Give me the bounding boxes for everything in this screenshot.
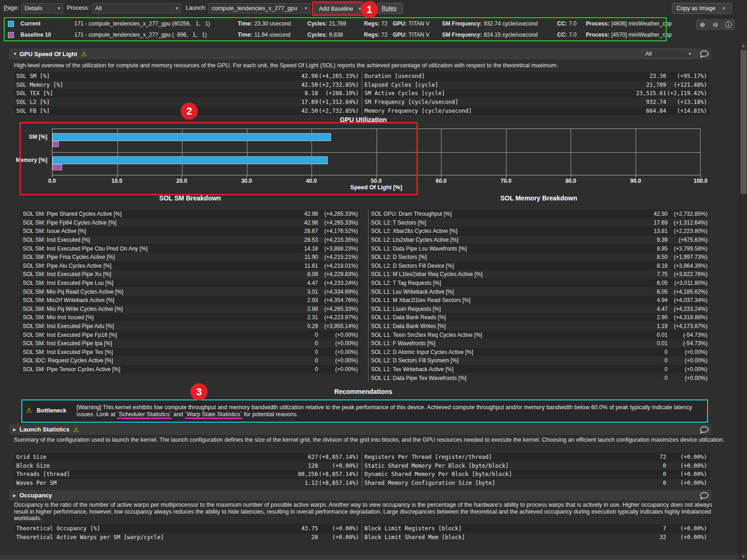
comment-icon[interactable] — [699, 50, 709, 59]
metric-row[interactable]: Duration [usecond]23.30(+95.17%) — [362, 72, 710, 81]
metric-delta: (+0.00%) — [666, 454, 710, 460]
metric-value: 1.12 — [57, 480, 318, 486]
process-dropdown[interactable]: All ▼ — [92, 3, 181, 13]
metric-row[interactable]: SOL L2: Xbar2lts Cycles Active [%]13.81(… — [369, 227, 709, 236]
metric-row[interactable]: Block Limit Shared Mem [block]32(+0.00%) — [362, 533, 710, 542]
metric-row[interactable]: SOL SM: Inst Executed Pipe Adu [%]0.29(+… — [20, 322, 360, 331]
metric-row[interactable]: SOL Memory [%]42.50(+2,732.85%) — [14, 81, 362, 90]
metric-label: SOL L1: Data Pipe Lsu Wavefronts [%] — [369, 245, 467, 252]
info-button[interactable]: ⓘ — [722, 19, 734, 30]
metric-row[interactable]: SOL SM: Pipe Tensor Cycles Active [%]0(+… — [20, 365, 360, 374]
metric-row[interactable]: SOL SM: Inst Executed [%]28.53(+4,215.35… — [20, 236, 360, 245]
metric-row[interactable]: SOL SM: Mio Inst Issued [%]2.31(+4,223.9… — [20, 313, 360, 322]
metric-row[interactable]: SOL L2: D Sectors Fill Device [%]8.18(+3… — [369, 262, 709, 270]
metric-row[interactable]: Grid Size627(+8,857.14%) — [14, 453, 362, 462]
metric-row[interactable]: SOL SM: Inst Executed Pipe Ipa [%]0(+0.0… — [20, 339, 360, 348]
scheduler-statistics-link[interactable]: `Scheduler Statistics` — [117, 411, 172, 419]
metric-delta: (+4,223.97%) — [318, 314, 360, 321]
metric-row[interactable]: Block Size128(+0.00%) — [14, 462, 362, 470]
metric-row[interactable]: Static Shared Memory Per Block [byte/blo… — [362, 462, 710, 470]
metric-row[interactable]: SOL L2: T Tag Requests [%]6.05(+3,011.80… — [369, 279, 709, 288]
metric-row[interactable]: SOL L1: Data Bank Writes [%]1.19(+4,173.… — [369, 322, 709, 331]
metric-row[interactable]: Theoretical Occupancy [%]43.75(+0.00%) — [14, 524, 362, 533]
metric-row[interactable]: SOL L2: D Atomic Input Cycles Active [%]… — [369, 348, 709, 357]
metric-delta: (+0.00%) — [318, 332, 360, 338]
zoom-out-button[interactable]: ⊖ — [709, 19, 721, 30]
rules-button[interactable]: Rules — [377, 3, 403, 14]
metric-row[interactable]: SOL FB [%]42.50(+2,732.85%) — [14, 106, 362, 115]
metric-row[interactable]: SOL L1: Lsu Writeback Active [%]6.05(+4,… — [369, 287, 709, 296]
baseline-stat: Cycles:9,838 — [307, 32, 364, 38]
sol-filter-dropdown[interactable]: All ▼ — [642, 49, 694, 58]
metric-row[interactable]: SOL L1: F Wavefronts [%]0.01(-54.73%) — [369, 339, 709, 348]
scroll-down-button[interactable]: ▼ — [740, 553, 747, 560]
warp-state-statistics-link[interactable]: `Warp State Statistics` — [185, 411, 242, 419]
metric-row[interactable]: SOL SM: Pipe Alu Cycles Active [%]11.61(… — [20, 262, 360, 270]
metric-row[interactable]: SM Frequency [cycle/usecond]932.74(+13.1… — [362, 98, 710, 107]
metric-row[interactable]: SOL L1: Lsuin Requests [%]4.47(+4,233.24… — [369, 305, 709, 314]
metric-row[interactable]: Dynamic Shared Memory Per Block [byte/bl… — [362, 470, 710, 479]
launch-dropdown[interactable]: compute_tendencies_x_277_gpu ▼ — [208, 3, 310, 13]
metric-row[interactable]: Waves Per SM1.12(+8,857.14%) — [14, 479, 362, 488]
page-dropdown[interactable]: Details ▼ — [21, 3, 63, 13]
metric-row[interactable]: SOL TEX [%]8.18(+288.10%) — [14, 89, 362, 98]
metric-row[interactable]: SOL GPU: Dram Throughput [%]42.50(+2,732… — [369, 210, 709, 219]
baseline-row[interactable]: Current171 - compute_tendencies_x_277_gp… — [5, 18, 666, 29]
metric-row[interactable]: SOL SM: Pipe Fp64 Cycles Active [%]42.98… — [20, 219, 360, 227]
metric-row[interactable]: SOL SM: Mio Pq Write Cycles Active [%]2.… — [20, 305, 360, 314]
metric-row[interactable]: SOL SM: Inst Executed Pipe Lsu [%]4.47(+… — [20, 279, 360, 288]
metric-row[interactable]: SOL SM: Mio Pq Read Cycles Active [%]3.0… — [20, 287, 360, 296]
metric-row[interactable]: Memory Frequency [cycle/usecond]664.84(+… — [362, 106, 710, 115]
metric-row[interactable]: SOL SM [%]42.98(+4,265.33%) — [14, 72, 362, 81]
scrollbar-thumb[interactable] — [741, 50, 747, 194]
metric-row[interactable]: SOL SM: Issue Active [%]28.67(+4,176.52%… — [20, 227, 360, 236]
metric-row[interactable]: SOL L1: Texin Sm2tex Req Cycles Active [… — [369, 330, 709, 339]
metric-row[interactable]: SOL L1: Data Pipe Tex Wavefronts [%]0(+0… — [369, 373, 709, 382]
metric-row[interactable]: Theoretical Active Warps per SM [warp/cy… — [14, 533, 362, 542]
metric-label: SOL SM: Pipe Shared Cycles Active [%] — [20, 211, 122, 217]
metric-row[interactable]: Shared Memory Configuration Size [byte]0… — [362, 479, 710, 488]
metric-row[interactable]: Registers Per Thread [register/thread]72… — [362, 453, 710, 462]
metric-row[interactable]: Elapsed Cycles [cycle]21,789(+121.48%) — [362, 81, 710, 90]
metric-row[interactable]: SOL L1: Tex Writeback Active [%]0(+0.00%… — [369, 365, 709, 374]
comment-icon[interactable] — [699, 492, 709, 501]
metric-row[interactable]: SOL L2 [%]17.69(+1,312.64%) — [14, 98, 362, 107]
metric-row[interactable]: SOL SM: Mio2rf Writeback Active [%]2.93(… — [20, 296, 360, 305]
metric-delta: (+4,218.01%) — [318, 263, 360, 269]
metric-row[interactable]: SOL L1: Data Pipe Lsu Wavefronts [%]8.85… — [369, 244, 709, 253]
metric-label: SOL L1: Lsuin Requests [%] — [369, 306, 441, 312]
scroll-up-button[interactable]: ▲ — [740, 42, 747, 49]
metric-row[interactable]: SOL L1: M Xbar2l1tex Read Sectors [%]4.9… — [369, 296, 709, 305]
zoom-in-button[interactable]: ⊕ — [696, 19, 708, 30]
metric-delta: (+0.00%) — [666, 463, 710, 469]
section-header-gpu-speed-of-light[interactable]: ▼ GPU Speed Of Light ⚠ All ▼ — [9, 48, 711, 59]
metric-row[interactable]: SOL L2: D Sectors [%]8.50(+1,997.73%) — [369, 253, 709, 262]
metric-row[interactable]: SOL SM: Inst Executed Pipe Xu [%]8.08(+4… — [20, 270, 360, 279]
metric-row[interactable]: SM Active Cycles [cycle]23,515.61(+2,119… — [362, 89, 710, 98]
section-header-launch-statistics[interactable]: ▶ Launch Statistics ⚠ — [9, 424, 711, 435]
metric-row[interactable]: SOL L1: Data Bank Reads [%]2.90(+4,318.8… — [369, 313, 709, 322]
metric-row[interactable]: SOL SM: Inst Executed Pipe Tex [%]0(+0.0… — [20, 348, 360, 357]
metric-row[interactable]: SOL SM: Inst Executed Pipe Cbu Pred On A… — [20, 244, 360, 253]
metric-value: 17.69 — [50, 99, 318, 105]
metric-row[interactable]: SOL SM: Pipe Fma Cycles Active [%]11.90(… — [20, 253, 360, 262]
section-header-occupancy[interactable]: ▶ Occupancy — [9, 490, 711, 501]
add-baseline-button[interactable]: Add Baseline ▼ — [314, 3, 361, 14]
metric-row[interactable]: Threads [thread]80,256(+8,857.14%) — [14, 470, 362, 479]
metric-row[interactable]: SOL IDC: Request Cycles Active [%]0(+0.0… — [20, 356, 360, 365]
baseline-row[interactable]: Baseline 10171 - compute_tendencies_x_27… — [5, 29, 666, 40]
metric-row[interactable]: SOL L2: Lts2xbar Cycles Active [%]9.39(+… — [369, 236, 709, 245]
metric-row[interactable]: SOL L1: M L1tex2xbar Req Cycles Active [… — [369, 270, 709, 279]
metric-value: 1.19 — [446, 323, 668, 329]
metric-value: 7.75 — [482, 271, 668, 277]
copy-as-image-button[interactable]: Copy as Image ▼ — [672, 3, 732, 14]
comment-icon[interactable] — [699, 426, 709, 435]
metric-row[interactable]: SOL L2: D Sectors Fill Sysmem [%]0(+0.00… — [369, 356, 709, 365]
metric-row[interactable]: Block Limit Registers [block]7(+0.00%) — [362, 524, 710, 533]
metric-row[interactable]: SOL SM: Inst Executed Pipe Fp16 [%]0(+0.… — [20, 330, 360, 339]
vertical-scrollbar[interactable]: ▲ ▼ — [739, 42, 747, 560]
metric-row[interactable]: SOL L2: T Sectors [%]17.69(+1,312.64%) — [369, 219, 709, 227]
metric-label: SOL IDC: Request Cycles Active [%] — [20, 357, 113, 364]
metric-row[interactable]: SOL SM: Pipe Shared Cycles Active [%]42.… — [20, 210, 360, 219]
metric-delta: (+4,334.69%) — [318, 289, 360, 295]
